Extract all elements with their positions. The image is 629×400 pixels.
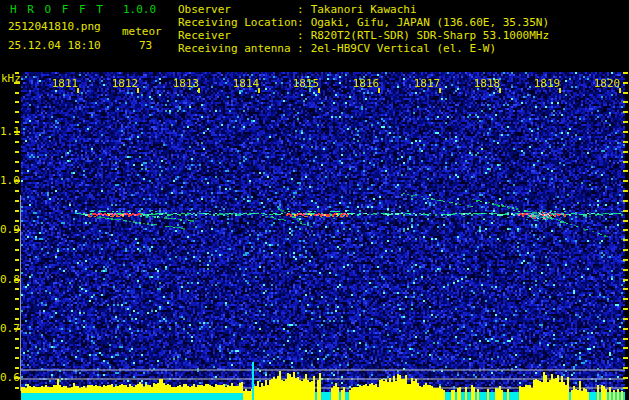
- right-freq-tick: [623, 338, 628, 340]
- freq-tick: [15, 318, 19, 320]
- right-freq-tick: [623, 210, 628, 212]
- right-freq-tick: [623, 190, 628, 192]
- freq-tick: [15, 239, 19, 241]
- right-freq-tick: [623, 249, 628, 251]
- time-tick-label: 1814: [232, 78, 260, 90]
- freq-tick: [15, 72, 19, 74]
- right-freq-tick: [623, 387, 628, 389]
- freq-tick: [15, 141, 19, 143]
- freq-tick: [15, 288, 19, 290]
- info-key: Receiver: [178, 29, 297, 42]
- freq-tick: [15, 190, 19, 192]
- right-freq-tick: [623, 318, 628, 320]
- info-row-antenna: Receiving antenna:2el-HB9CV Vertical (el…: [178, 42, 549, 55]
- info-value: Ogaki, Gifu, JAPAN (136.60E, 35.35N): [311, 16, 549, 29]
- info-key: Observer: [178, 3, 297, 16]
- right-freq-tick: [623, 328, 628, 330]
- freq-tick: [15, 338, 19, 340]
- time-tick-label: 1813: [172, 78, 200, 90]
- freq-tick: [15, 210, 19, 212]
- freq-tick: [15, 367, 19, 369]
- datetime-label: 25.12.04 18:10: [8, 40, 101, 52]
- time-tick: [137, 88, 139, 93]
- info-row-location: Receiving Location:Ogaki, Gifu, JAPAN (1…: [178, 16, 549, 29]
- freq-tick: [15, 161, 19, 163]
- freq-tick: [15, 249, 19, 251]
- freq-tick: [15, 220, 19, 222]
- right-freq-tick: [623, 298, 628, 300]
- time-tick-label: 1819: [533, 78, 561, 90]
- right-freq-tick: [623, 269, 628, 271]
- freq-tick: [15, 269, 19, 271]
- freq-tick: [14, 328, 20, 330]
- time-tick: [619, 88, 621, 93]
- time-tick: [198, 88, 200, 93]
- info-key: Receiving Location: [178, 16, 297, 29]
- freq-tick: [15, 111, 19, 113]
- freq-tick: [15, 357, 19, 359]
- time-tick-label: 1815: [292, 78, 320, 90]
- freq-tick: [15, 298, 19, 300]
- mode-label: meteor: [122, 26, 162, 38]
- info-value: 2el-HB9CV Vertical (el. E-W): [311, 42, 496, 55]
- info-key: Receiving antenna: [178, 42, 297, 55]
- right-freq-tick: [623, 180, 628, 182]
- freq-tick: [14, 131, 20, 133]
- info-row-observer: Observer:Takanori Kawachi: [178, 3, 549, 16]
- time-tick: [559, 88, 561, 93]
- time-tick-label: 1811: [51, 78, 79, 90]
- hrofft-output-screen: H R O F F T 1.0.0 2512041810.png meteor …: [0, 0, 629, 400]
- right-freq-tick: [623, 259, 628, 261]
- freq-tick: [15, 151, 19, 153]
- freq-tick: [15, 347, 19, 349]
- right-freq-tick: [623, 82, 628, 84]
- time-tick: [499, 88, 501, 93]
- time-tick-label: 1812: [111, 78, 139, 90]
- right-freq-tick: [623, 347, 628, 349]
- output-filename: 2512041810.png: [8, 21, 101, 33]
- right-freq-tick: [623, 229, 628, 231]
- freq-tick: [14, 229, 20, 231]
- plot-left-border: [20, 195, 21, 391]
- time-tick: [439, 88, 441, 93]
- freq-tick: [15, 200, 19, 202]
- freq-tick: [14, 180, 20, 182]
- right-freq-tick: [623, 161, 628, 163]
- freq-tick: [15, 101, 19, 103]
- right-freq-tick: [623, 131, 628, 133]
- time-tick: [258, 88, 260, 93]
- right-freq-tick: [623, 101, 628, 103]
- right-freq-tick: [623, 141, 628, 143]
- time-tick-label: 1818: [473, 78, 501, 90]
- time-tick: [318, 88, 320, 93]
- freq-tick: [14, 377, 20, 379]
- right-freq-tick: [623, 220, 628, 222]
- freq-tick: [15, 259, 19, 261]
- info-value: R820T2(RTL-SDR) SDR-Sharp 53.1000MHz: [311, 29, 549, 42]
- spectrogram-canvas: [21, 72, 625, 400]
- freq-tick: [14, 279, 20, 281]
- app-version: 1.0.0: [123, 4, 156, 16]
- time-tick-label: 1820: [593, 78, 621, 90]
- right-freq-tick: [623, 111, 628, 113]
- right-freq-tick: [623, 151, 628, 153]
- right-freq-tick: [623, 170, 628, 172]
- right-freq-tick: [623, 239, 628, 241]
- right-freq-tick: [623, 279, 628, 281]
- freq-tick: [15, 308, 19, 310]
- right-freq-tick: [623, 367, 628, 369]
- right-freq-tick: [623, 357, 628, 359]
- right-freq-tick: [623, 72, 628, 74]
- right-freq-tick: [623, 308, 628, 310]
- freq-tick: [15, 387, 19, 389]
- station-info: Observer:Takanori Kawachi Receiving Loca…: [178, 3, 549, 55]
- info-row-receiver: Receiver:R820T2(RTL-SDR) SDR-Sharp 53.10…: [178, 29, 549, 42]
- time-tick-label: 1816: [352, 78, 380, 90]
- freq-tick: [15, 92, 19, 94]
- freq-tick: [15, 170, 19, 172]
- right-freq-tick: [623, 377, 628, 379]
- info-value: Takanori Kawachi: [311, 3, 417, 16]
- freq-tick: [15, 121, 19, 123]
- right-freq-tick: [623, 121, 628, 123]
- right-freq-tick: [623, 200, 628, 202]
